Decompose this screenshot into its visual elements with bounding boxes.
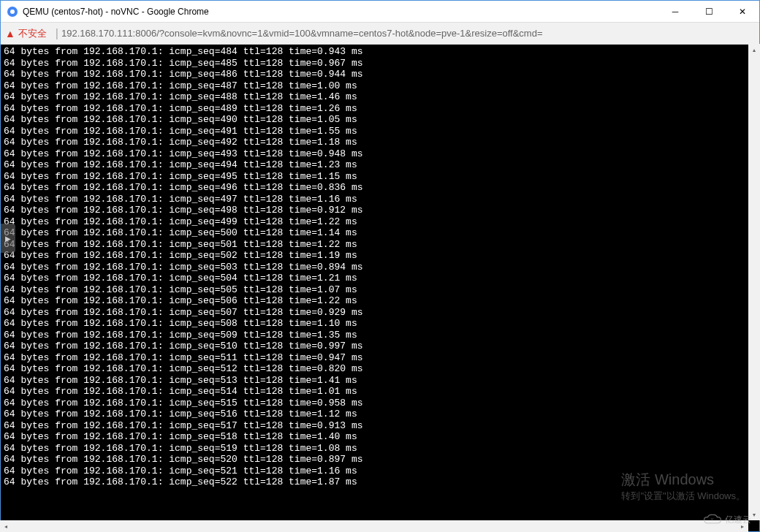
svg-point-1 (10, 10, 15, 14)
insecure-icon: ▲ (5, 28, 15, 39)
scroll-left-button[interactable]: ◂ (0, 520, 12, 532)
address-bar[interactable]: ▲ 不安全 | 192.168.170.111:8006/?console=kv… (1, 23, 759, 45)
titlebar[interactable]: QEMU (centos7-hot) - noVNC - Google Chro… (1, 1, 759, 23)
novnc-sidebar-toggle[interactable]: ▶ (1, 224, 15, 253)
minimize-button[interactable]: ─ (658, 1, 692, 22)
svg-text:Y: Y (711, 517, 714, 522)
close-button[interactable]: ✕ (726, 1, 759, 22)
scroll-track-v[interactable] (748, 56, 760, 509)
watermark-subtitle: 转到"设置"以激活 Windows。 (621, 490, 745, 503)
scrollbar-vertical[interactable]: ▴ ▾ (748, 44, 760, 520)
watermark-title: 激活 Windows (621, 469, 745, 490)
scroll-track-h[interactable] (12, 520, 737, 532)
cloud-icon: Y (703, 513, 722, 526)
windows-activation-watermark: 激活 Windows 转到"设置"以激活 Windows。 (621, 469, 745, 503)
scroll-up-button[interactable]: ▴ (748, 44, 760, 56)
window-title: QEMU (centos7-hot) - noVNC - Google Chro… (23, 7, 658, 17)
divider: | (56, 27, 58, 40)
url-text[interactable]: 192.168.170.111:8006/?console=kvm&novnc=… (61, 28, 543, 39)
app-icon (7, 6, 18, 18)
chrome-window: QEMU (centos7-hot) - noVNC - Google Chro… (0, 0, 760, 532)
terminal-output[interactable]: 64 bytes from 192.168.170.1: icmp_seq=48… (1, 45, 759, 531)
insecure-label: 不安全 (18, 27, 47, 40)
cloud-label: 亿速云 (725, 514, 751, 526)
scrollbar-horizontal[interactable]: ◂ ▸ (0, 520, 748, 532)
window-controls: ─ ☐ ✕ (658, 1, 759, 22)
vnc-viewport[interactable]: ▶ 64 bytes from 192.168.170.1: icmp_seq=… (1, 45, 759, 531)
cloud-logo: Y 亿速云 (703, 513, 751, 526)
maximize-button[interactable]: ☐ (692, 1, 726, 22)
